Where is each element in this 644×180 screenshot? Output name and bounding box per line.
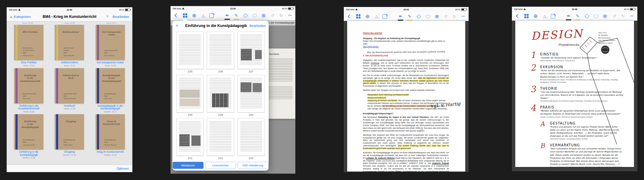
more-icon[interactable] [629, 13, 635, 19]
notebook-cover[interactable]: Female Soul at Work Kunstwissenschaft BM… [55, 68, 84, 103]
page-thumbnail[interactable]: 238 [175, 75, 205, 117]
back-icon[interactable] [514, 13, 520, 19]
lesson-section: B VERMARKTUNG "Dein vollendetes Produkt … [540, 143, 624, 171]
pen-icon[interactable] [566, 13, 572, 19]
text-segment: Natürlich lassen sich Shoppen und Konsum… [363, 89, 435, 91]
note-compose-icon[interactable] [209, 13, 214, 18]
tab-pdf-gliederung[interactable]: PDF-Gliederung [237, 162, 268, 169]
notebook-cover[interactable]: Einführung in die Kunstpädagogik Kunstpä… [14, 114, 43, 149]
tab-lesezeichen[interactable]: Lesezeichen [205, 162, 236, 169]
text-segment: Was im Kunstunterricht gelernt und was n… [367, 50, 445, 54]
popover-edit-button[interactable]: Bearbeiten [250, 24, 266, 28]
highlighter-icon[interactable] [575, 13, 581, 19]
page-preview[interactable] [237, 75, 265, 112]
section-typed-note: Offener Einstieg / Erste Assoziation / S… [540, 60, 624, 62]
note-compose-icon[interactable] [383, 14, 387, 19]
page-thumbnail[interactable]: 243 [236, 118, 266, 161]
notebook-item[interactable]: Der transparente Avatar Kunstwissenschaf… [90, 25, 131, 67]
library-navbar: Kategorien BM4 - Krieg im Kunstunterrich… [7, 12, 132, 22]
notebook-item[interactable]: Krieg im Kunstunterricht Kunstpädagogik … [90, 114, 131, 159]
clear-page-icon[interactable] [434, 13, 440, 19]
highlighter-icon[interactable] [407, 13, 413, 19]
pen-icon[interactable] [224, 12, 230, 18]
eraser-icon[interactable] [584, 13, 590, 19]
notebook-item[interactable]: Selbstcontainer Künstlerisches Projekt A… [49, 25, 90, 67]
notebook-cover[interactable]: Krieg im Kunstunterricht Kunstpädagogik … [96, 114, 125, 149]
redo-icon[interactable] [451, 13, 457, 19]
document-canvas: FRANZ BILLMAYERShopping – Ein Angebot zu… [344, 21, 469, 172]
thumbnails-grid-icon[interactable] [523, 13, 529, 19]
design-sheet-screen: SIM fehlt 22:40 49 % DESIGN Projektwoche… [512, 7, 637, 171]
page-thumbnail[interactable]: 236 [205, 32, 236, 74]
lasso-icon[interactable] [593, 13, 599, 19]
page-thumbnail[interactable]: 240 [236, 75, 266, 117]
lasso-icon[interactable] [251, 12, 257, 18]
back-icon[interactable] [173, 12, 179, 18]
notebook-item[interactable]: Einführung in die Kunstwissenschaft Kuns… [8, 68, 49, 113]
clear-page-icon[interactable] [602, 13, 608, 19]
notebook-cover[interactable]: Kunstpädagogik in der Sonderpädagogik Ku… [96, 68, 125, 103]
redo-icon[interactable] [278, 12, 284, 18]
thumbnail-text-lines [210, 35, 231, 65]
add-page-icon[interactable] [191, 12, 197, 18]
notebook-item[interactable]: Kunstpädagogik in der Sonderpädagogik Ku… [90, 68, 131, 113]
clear-page-icon[interactable] [261, 12, 267, 18]
add-page-icon[interactable] [364, 13, 370, 19]
status-bar: SIM fehlt 22:40 49 % [7, 7, 132, 12]
page-preview[interactable] [237, 118, 265, 156]
notebook-cover[interactable]: BM2-Portfolio Künstlerische- mediale Pra… [14, 25, 43, 60]
highlighter-icon[interactable] [233, 12, 239, 18]
notebook-item[interactable]: Shopping Kunstpädagogik BM4 Kristin Klei… [49, 114, 90, 159]
notebook-cover[interactable]: Einführung in die Kunstwissenschaft Kuns… [14, 68, 43, 103]
section-heading: THEORIE [540, 86, 624, 91]
page-thumbnail[interactable]: 239 [205, 75, 236, 117]
tab-miniaturen[interactable]: Miniaturen [173, 162, 204, 169]
more-icon[interactable] [287, 12, 293, 18]
notebook-item[interactable]: BM2-Portfolio Künstlerische- mediale Pra… [8, 25, 49, 67]
page-thumbnail[interactable]: 241 [175, 118, 205, 161]
page-preview[interactable] [176, 32, 204, 69]
editor-toolbar [171, 11, 295, 20]
eraser-icon[interactable] [416, 13, 422, 19]
lasso-icon[interactable] [425, 13, 431, 19]
ghost-date: Heute, 02:05 [48, 22, 90, 24]
notebook-cover[interactable]: Der transparente Avatar Kunstwissenschaf… [96, 25, 125, 60]
notebook-cover[interactable]: Selbstcontainer Künstlerisches Projekt A… [55, 25, 84, 60]
page-thumbnail[interactable]: 242 [205, 118, 236, 161]
add-page-icon[interactable] [533, 13, 539, 19]
undo-icon[interactable] [611, 13, 617, 19]
page-preview[interactable] [207, 118, 234, 156]
shapes-icon[interactable] [373, 13, 380, 19]
thumbnails-grid-icon[interactable] [182, 12, 188, 18]
notebook-cover[interactable]: Shopping Kunstpädagogik BM4 Kristin Klei… [55, 114, 84, 149]
options-button[interactable]: Optionen [116, 167, 129, 170]
status-bar: SIM fehlt 22:40 49 % [512, 7, 637, 12]
shapes-icon[interactable] [542, 13, 548, 19]
add-page-button[interactable] [175, 23, 183, 29]
page-preview[interactable] [207, 75, 234, 112]
clock: 22:43 [230, 8, 236, 10]
page-thumbnail[interactable]: 235 [175, 32, 205, 74]
undo-icon[interactable] [443, 13, 449, 19]
article-block: Allerdings: Wer empirisch den Effekt von… [363, 134, 449, 150]
page-preview[interactable] [176, 118, 204, 156]
page-thumbnail[interactable]: 237 [236, 32, 266, 74]
help-button[interactable]: ? [106, 15, 108, 18]
library-footer: Optionen [7, 165, 132, 172]
page-preview[interactable] [207, 32, 234, 69]
note-compose-icon[interactable] [551, 14, 555, 18]
page-preview[interactable] [176, 75, 204, 112]
thumbnails-grid-icon[interactable] [355, 13, 361, 19]
more-icon[interactable] [460, 13, 466, 19]
redo-icon[interactable] [620, 13, 626, 19]
edit-button[interactable]: Bearbeiten [112, 15, 129, 18]
undo-icon[interactable] [269, 12, 275, 18]
categories-button[interactable]: Kategorien [10, 15, 31, 19]
back-icon[interactable] [346, 13, 352, 19]
eraser-icon[interactable] [242, 12, 248, 18]
page-preview[interactable] [237, 32, 265, 69]
shapes-icon[interactable] [200, 12, 206, 18]
pen-icon[interactable] [397, 13, 403, 19]
notebook-item[interactable]: Female Soul at Work Kunstwissenschaft BM… [49, 68, 90, 113]
notebook-item[interactable]: Einführung in die Kunstpädagogik Kunstpä… [8, 114, 49, 159]
